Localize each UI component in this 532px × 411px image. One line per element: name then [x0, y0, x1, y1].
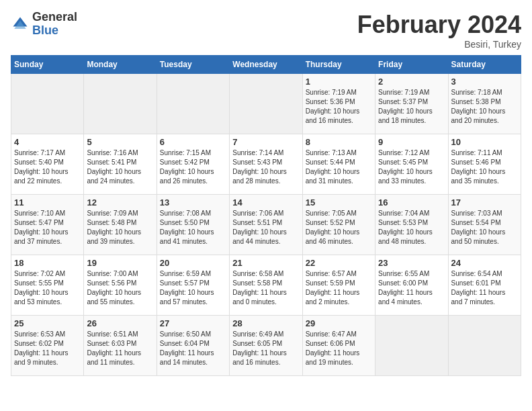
- day-number: 5: [87, 137, 153, 147]
- day-number: 3: [451, 77, 518, 87]
- day-number: 27: [160, 318, 226, 328]
- calendar-cell: 28Sunrise: 6:49 AM Sunset: 6:05 PM Dayli…: [230, 316, 302, 376]
- page-header: General Blue February 2024 Besiri, Turke…: [11, 11, 521, 50]
- day-info: Sunrise: 6:47 AM Sunset: 6:06 PM Dayligh…: [306, 330, 372, 367]
- calendar-body: 1Sunrise: 7:19 AM Sunset: 5:36 PM Daylig…: [11, 74, 521, 376]
- calendar-week-row: 1Sunrise: 7:19 AM Sunset: 5:36 PM Daylig…: [11, 74, 521, 134]
- day-number: 8: [306, 137, 372, 147]
- calendar-cell: [448, 316, 521, 376]
- logo-icon: [11, 15, 30, 34]
- calendar-cell: 18Sunrise: 7:02 AM Sunset: 5:55 PM Dayli…: [11, 255, 84, 316]
- calendar-cell: 9Sunrise: 7:12 AM Sunset: 5:45 PM Daylig…: [375, 134, 448, 195]
- day-info: Sunrise: 6:50 AM Sunset: 6:04 PM Dayligh…: [160, 330, 226, 367]
- day-number: 14: [232, 197, 299, 208]
- calendar-cell: 21Sunrise: 6:58 AM Sunset: 5:58 PM Dayli…: [230, 255, 302, 316]
- calendar-cell: 7Sunrise: 7:14 AM Sunset: 5:43 PM Daylig…: [230, 134, 302, 195]
- day-info: Sunrise: 7:19 AM Sunset: 5:37 PM Dayligh…: [378, 88, 445, 126]
- calendar-cell: 2Sunrise: 7:19 AM Sunset: 5:37 PM Daylig…: [375, 74, 448, 134]
- calendar-cell: 13Sunrise: 7:08 AM Sunset: 5:50 PM Dayli…: [157, 195, 229, 255]
- calendar-cell: 5Sunrise: 7:16 AM Sunset: 5:41 PM Daylig…: [84, 134, 157, 195]
- weekday-header-tuesday: Tuesday: [157, 56, 229, 74]
- logo-general-text: General: [32, 11, 77, 24]
- day-number: 1: [306, 77, 372, 87]
- calendar-cell: [84, 74, 157, 134]
- weekday-header-saturday: Saturday: [448, 56, 521, 74]
- weekday-header-sunday: Sunday: [11, 56, 84, 74]
- day-number: 19: [87, 258, 153, 268]
- day-number: 18: [14, 258, 81, 268]
- day-info: Sunrise: 7:14 AM Sunset: 5:43 PM Dayligh…: [232, 148, 299, 186]
- day-info: Sunrise: 7:04 AM Sunset: 5:53 PM Dayligh…: [378, 209, 445, 246]
- day-info: Sunrise: 7:17 AM Sunset: 5:40 PM Dayligh…: [14, 148, 81, 186]
- calendar-cell: [157, 74, 229, 134]
- calendar-header: SundayMondayTuesdayWednesdayThursdayFrid…: [11, 56, 521, 74]
- month-title: February 2024: [357, 11, 521, 39]
- day-info: Sunrise: 7:13 AM Sunset: 5:44 PM Dayligh…: [306, 148, 372, 186]
- day-info: Sunrise: 7:10 AM Sunset: 5:47 PM Dayligh…: [14, 209, 81, 246]
- calendar-cell: [11, 74, 84, 134]
- calendar-cell: 24Sunrise: 6:54 AM Sunset: 6:01 PM Dayli…: [448, 255, 521, 316]
- day-number: 11: [14, 197, 81, 208]
- day-info: Sunrise: 6:57 AM Sunset: 5:59 PM Dayligh…: [306, 269, 372, 307]
- day-info: Sunrise: 7:03 AM Sunset: 5:54 PM Dayligh…: [451, 209, 518, 246]
- logo: General Blue: [11, 11, 77, 38]
- day-info: Sunrise: 7:08 AM Sunset: 5:50 PM Dayligh…: [160, 209, 226, 246]
- calendar-week-row: 11Sunrise: 7:10 AM Sunset: 5:47 PM Dayli…: [11, 195, 521, 255]
- calendar-cell: 8Sunrise: 7:13 AM Sunset: 5:44 PM Daylig…: [302, 134, 375, 195]
- day-number: 20: [160, 258, 226, 268]
- calendar-cell: 19Sunrise: 7:00 AM Sunset: 5:56 PM Dayli…: [84, 255, 157, 316]
- day-number: 28: [232, 318, 299, 328]
- calendar-cell: 22Sunrise: 6:57 AM Sunset: 5:59 PM Dayli…: [302, 255, 375, 316]
- weekday-header-thursday: Thursday: [302, 56, 375, 74]
- day-info: Sunrise: 7:15 AM Sunset: 5:42 PM Dayligh…: [160, 148, 226, 186]
- day-number: 25: [14, 318, 81, 328]
- day-number: 2: [378, 77, 445, 87]
- calendar-cell: 25Sunrise: 6:53 AM Sunset: 6:02 PM Dayli…: [11, 316, 84, 376]
- calendar-cell: 10Sunrise: 7:11 AM Sunset: 5:46 PM Dayli…: [448, 134, 521, 195]
- location: Besiri, Turkey: [357, 39, 521, 50]
- day-info: Sunrise: 6:59 AM Sunset: 5:57 PM Dayligh…: [160, 269, 226, 307]
- day-number: 7: [232, 137, 299, 147]
- day-number: 24: [451, 258, 518, 268]
- calendar-cell: 6Sunrise: 7:15 AM Sunset: 5:42 PM Daylig…: [157, 134, 229, 195]
- day-number: 13: [160, 197, 226, 208]
- day-info: Sunrise: 7:02 AM Sunset: 5:55 PM Dayligh…: [14, 269, 81, 307]
- day-info: Sunrise: 7:18 AM Sunset: 5:38 PM Dayligh…: [451, 88, 518, 126]
- day-info: Sunrise: 7:16 AM Sunset: 5:41 PM Dayligh…: [87, 148, 153, 186]
- day-number: 15: [306, 197, 372, 208]
- calendar-cell: 4Sunrise: 7:17 AM Sunset: 5:40 PM Daylig…: [11, 134, 84, 195]
- day-info: Sunrise: 6:51 AM Sunset: 6:03 PM Dayligh…: [87, 330, 153, 367]
- calendar-week-row: 18Sunrise: 7:02 AM Sunset: 5:55 PM Dayli…: [11, 255, 521, 316]
- day-info: Sunrise: 7:12 AM Sunset: 5:45 PM Dayligh…: [378, 148, 445, 186]
- calendar-table: SundayMondayTuesdayWednesdayThursdayFrid…: [11, 55, 521, 376]
- day-number: 12: [87, 197, 153, 208]
- day-info: Sunrise: 7:09 AM Sunset: 5:48 PM Dayligh…: [87, 209, 153, 246]
- day-number: 6: [160, 137, 226, 147]
- calendar-cell: 15Sunrise: 7:05 AM Sunset: 5:52 PM Dayli…: [302, 195, 375, 255]
- day-number: 9: [378, 137, 445, 147]
- calendar-cell: 14Sunrise: 7:06 AM Sunset: 5:51 PM Dayli…: [230, 195, 302, 255]
- day-number: 23: [378, 258, 445, 268]
- day-info: Sunrise: 6:53 AM Sunset: 6:02 PM Dayligh…: [14, 330, 81, 367]
- calendar-week-row: 25Sunrise: 6:53 AM Sunset: 6:02 PM Dayli…: [11, 316, 521, 376]
- day-number: 26: [87, 318, 153, 328]
- day-info: Sunrise: 6:49 AM Sunset: 6:05 PM Dayligh…: [232, 330, 299, 367]
- logo-text: General Blue: [32, 11, 77, 38]
- title-block: February 2024 Besiri, Turkey: [357, 11, 521, 50]
- day-number: 22: [306, 258, 372, 268]
- calendar-cell: 23Sunrise: 6:55 AM Sunset: 6:00 PM Dayli…: [375, 255, 448, 316]
- calendar-cell: [230, 74, 302, 134]
- calendar-cell: 1Sunrise: 7:19 AM Sunset: 5:36 PM Daylig…: [302, 74, 375, 134]
- calendar-cell: 27Sunrise: 6:50 AM Sunset: 6:04 PM Dayli…: [157, 316, 229, 376]
- day-number: 21: [232, 258, 299, 268]
- day-number: 4: [14, 137, 81, 147]
- calendar-cell: 20Sunrise: 6:59 AM Sunset: 5:57 PM Dayli…: [157, 255, 229, 316]
- weekday-header-wednesday: Wednesday: [230, 56, 302, 74]
- day-info: Sunrise: 7:00 AM Sunset: 5:56 PM Dayligh…: [87, 269, 153, 307]
- day-info: Sunrise: 6:58 AM Sunset: 5:58 PM Dayligh…: [232, 269, 299, 307]
- calendar-cell: 11Sunrise: 7:10 AM Sunset: 5:47 PM Dayli…: [11, 195, 84, 255]
- day-number: 10: [451, 137, 518, 147]
- logo-blue-text: Blue: [32, 24, 77, 38]
- day-info: Sunrise: 6:54 AM Sunset: 6:01 PM Dayligh…: [451, 269, 518, 307]
- calendar-cell: 3Sunrise: 7:18 AM Sunset: 5:38 PM Daylig…: [448, 74, 521, 134]
